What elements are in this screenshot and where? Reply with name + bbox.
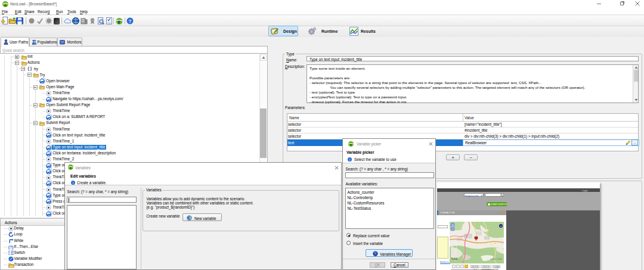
svg-text:Leaflet | OSM: Leaflet | OSM [490, 258, 502, 260]
svg-text:+: + [451, 223, 453, 226]
svg-text:?: ? [129, 18, 132, 24]
svg-text:+: + [500, 225, 502, 228]
svg-text:−: − [451, 227, 453, 231]
